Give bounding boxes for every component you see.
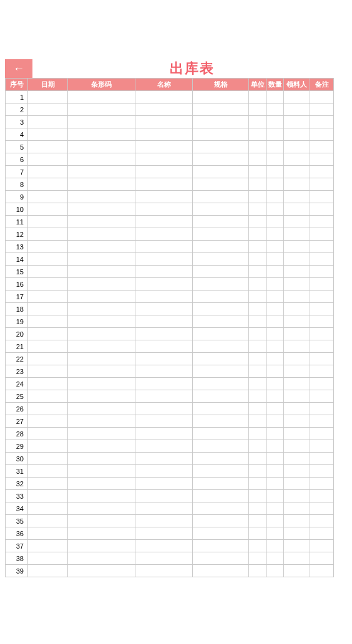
- cell-note[interactable]: [310, 241, 334, 253]
- cell-spec[interactable]: [193, 203, 249, 216]
- cell-seq[interactable]: 8: [6, 178, 28, 191]
- cell-date[interactable]: [28, 502, 68, 515]
- cell-qty[interactable]: [266, 266, 284, 278]
- cell-date[interactable]: [28, 552, 68, 565]
- cell-person[interactable]: [284, 278, 310, 291]
- cell-barcode[interactable]: [68, 241, 135, 253]
- cell-note[interactable]: [310, 527, 334, 540]
- cell-date[interactable]: [28, 241, 68, 253]
- cell-name[interactable]: [135, 253, 193, 266]
- cell-name[interactable]: [135, 527, 193, 540]
- cell-qty[interactable]: [266, 216, 284, 228]
- cell-person[interactable]: [284, 153, 310, 166]
- cell-note[interactable]: [310, 552, 334, 565]
- cell-date[interactable]: [28, 415, 68, 428]
- cell-name[interactable]: [135, 303, 193, 315]
- cell-date[interactable]: [28, 153, 68, 166]
- cell-date[interactable]: [28, 390, 68, 403]
- cell-unit[interactable]: [249, 253, 266, 266]
- cell-date[interactable]: [28, 378, 68, 390]
- cell-qty[interactable]: [266, 390, 284, 403]
- cell-date[interactable]: [28, 478, 68, 490]
- cell-spec[interactable]: [193, 502, 249, 515]
- cell-date[interactable]: [28, 353, 68, 365]
- cell-qty[interactable]: [266, 515, 284, 527]
- cell-name[interactable]: [135, 453, 193, 465]
- cell-unit[interactable]: [249, 328, 266, 340]
- cell-barcode[interactable]: [68, 353, 135, 365]
- cell-spec[interactable]: [193, 266, 249, 278]
- cell-note[interactable]: [310, 378, 334, 390]
- cell-qty[interactable]: [266, 116, 284, 128]
- cell-note[interactable]: [310, 166, 334, 178]
- cell-name[interactable]: [135, 291, 193, 303]
- cell-seq[interactable]: 5: [6, 141, 28, 153]
- cell-note[interactable]: [310, 103, 334, 116]
- cell-date[interactable]: [28, 253, 68, 266]
- cell-spec[interactable]: [193, 365, 249, 378]
- cell-unit[interactable]: [249, 515, 266, 527]
- cell-person[interactable]: [284, 166, 310, 178]
- cell-seq[interactable]: 36: [6, 527, 28, 540]
- cell-barcode[interactable]: [68, 203, 135, 216]
- cell-person[interactable]: [284, 465, 310, 478]
- cell-barcode[interactable]: [68, 403, 135, 415]
- cell-spec[interactable]: [193, 241, 249, 253]
- cell-note[interactable]: [310, 540, 334, 552]
- cell-unit[interactable]: [249, 291, 266, 303]
- cell-unit[interactable]: [249, 465, 266, 478]
- cell-name[interactable]: [135, 478, 193, 490]
- cell-spec[interactable]: [193, 103, 249, 116]
- cell-person[interactable]: [284, 478, 310, 490]
- cell-seq[interactable]: 17: [6, 291, 28, 303]
- cell-name[interactable]: [135, 166, 193, 178]
- cell-name[interactable]: [135, 141, 193, 153]
- cell-barcode[interactable]: [68, 540, 135, 552]
- cell-note[interactable]: [310, 328, 334, 340]
- cell-unit[interactable]: [249, 378, 266, 390]
- cell-unit[interactable]: [249, 490, 266, 502]
- cell-barcode[interactable]: [68, 291, 135, 303]
- cell-barcode[interactable]: [68, 315, 135, 328]
- cell-note[interactable]: [310, 228, 334, 241]
- cell-seq[interactable]: 30: [6, 453, 28, 465]
- cell-person[interactable]: [284, 241, 310, 253]
- cell-barcode[interactable]: [68, 166, 135, 178]
- cell-barcode[interactable]: [68, 141, 135, 153]
- cell-spec[interactable]: [193, 291, 249, 303]
- cell-spec[interactable]: [193, 253, 249, 266]
- cell-seq[interactable]: 16: [6, 278, 28, 291]
- cell-unit[interactable]: [249, 340, 266, 353]
- cell-note[interactable]: [310, 266, 334, 278]
- cell-spec[interactable]: [193, 216, 249, 228]
- cell-barcode[interactable]: [68, 278, 135, 291]
- cell-spec[interactable]: [193, 565, 249, 577]
- cell-barcode[interactable]: [68, 178, 135, 191]
- cell-seq[interactable]: 27: [6, 415, 28, 428]
- cell-barcode[interactable]: [68, 303, 135, 315]
- cell-qty[interactable]: [266, 178, 284, 191]
- cell-spec[interactable]: [193, 453, 249, 465]
- cell-seq[interactable]: 34: [6, 502, 28, 515]
- cell-date[interactable]: [28, 266, 68, 278]
- cell-person[interactable]: [284, 415, 310, 428]
- cell-date[interactable]: [28, 490, 68, 502]
- cell-date[interactable]: [28, 340, 68, 353]
- cell-person[interactable]: [284, 291, 310, 303]
- cell-barcode[interactable]: [68, 428, 135, 440]
- cell-qty[interactable]: [266, 128, 284, 141]
- cell-barcode[interactable]: [68, 465, 135, 478]
- cell-note[interactable]: [310, 403, 334, 415]
- cell-unit[interactable]: [249, 303, 266, 315]
- cell-name[interactable]: [135, 241, 193, 253]
- cell-note[interactable]: [310, 203, 334, 216]
- cell-date[interactable]: [28, 403, 68, 415]
- cell-seq[interactable]: 9: [6, 191, 28, 203]
- cell-note[interactable]: [310, 565, 334, 577]
- cell-unit[interactable]: [249, 403, 266, 415]
- cell-qty[interactable]: [266, 241, 284, 253]
- cell-date[interactable]: [28, 116, 68, 128]
- cell-unit[interactable]: [249, 153, 266, 166]
- cell-person[interactable]: [284, 228, 310, 241]
- cell-note[interactable]: [310, 390, 334, 403]
